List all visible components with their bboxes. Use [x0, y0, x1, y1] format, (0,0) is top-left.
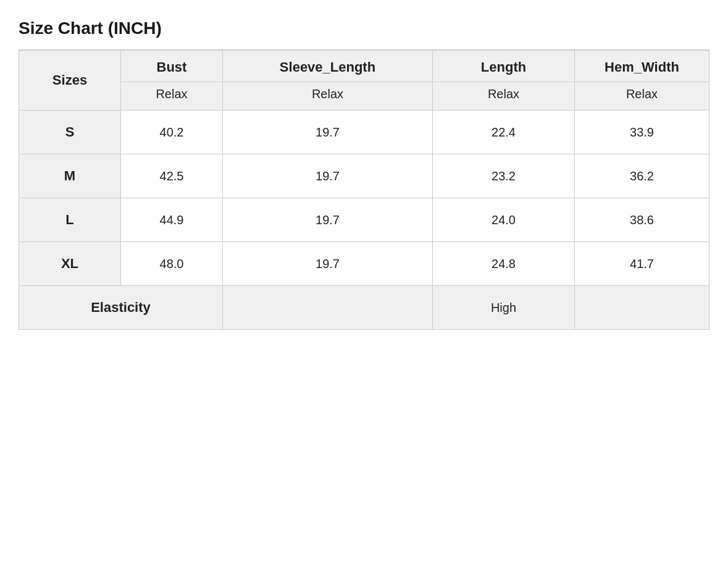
table-header-top: Sizes Bust Sleeve_Length Length Hem_Widt… [19, 51, 709, 82]
elasticity-row: Elasticity High [19, 286, 709, 330]
elasticity-empty-2 [575, 286, 709, 330]
length-column-header: Length [433, 51, 575, 82]
bust-cell: 48.0 [121, 242, 223, 286]
length-subheader: Relax [433, 82, 575, 111]
length-cell: 22.4 [433, 111, 575, 154]
sleeve-cell: 19.7 [223, 154, 433, 198]
size-cell: L [19, 198, 121, 242]
table-row: S 40.2 19.7 22.4 33.9 [19, 111, 709, 154]
hem-cell: 38.6 [575, 198, 709, 242]
bust-cell: 40.2 [121, 111, 223, 154]
sleeve-cell: 19.7 [223, 111, 433, 154]
table-row: L 44.9 19.7 24.0 38.6 [19, 198, 709, 242]
length-cell: 24.8 [433, 242, 575, 286]
length-cell: 24.0 [433, 198, 575, 242]
bust-cell: 44.9 [121, 198, 223, 242]
sleeve-subheader: Relax [223, 82, 433, 111]
elasticity-label: Elasticity [19, 286, 223, 330]
hem-cell: 36.2 [575, 154, 709, 198]
bust-subheader: Relax [121, 82, 223, 111]
page-title: Size Chart (INCH) [19, 19, 709, 38]
length-cell: 23.2 [433, 154, 575, 198]
sleeve-cell: 19.7 [223, 242, 433, 286]
table-row: XL 48.0 19.7 24.8 41.7 [19, 242, 709, 286]
elasticity-value: High [433, 286, 575, 330]
sizes-column-header: Sizes [19, 51, 121, 111]
hem-subheader: Relax [575, 82, 709, 111]
size-chart-table-wrapper: Sizes Bust Sleeve_Length Length Hem_Widt… [19, 50, 709, 330]
hem-cell: 41.7 [575, 242, 709, 286]
size-cell: XL [19, 242, 121, 286]
bust-column-header: Bust [121, 51, 223, 82]
hem-column-header: Hem_Width [575, 51, 709, 82]
sleeve-column-header: Sleeve_Length [223, 51, 433, 82]
table-header-bottom: Relax Relax Relax Relax [19, 82, 709, 111]
table-row: M 42.5 19.7 23.2 36.2 [19, 154, 709, 198]
size-chart-table: Sizes Bust Sleeve_Length Length Hem_Widt… [19, 50, 709, 330]
size-cell: M [19, 154, 121, 198]
sleeve-cell: 19.7 [223, 198, 433, 242]
size-cell: S [19, 111, 121, 154]
hem-cell: 33.9 [575, 111, 709, 154]
elasticity-empty-1 [223, 286, 433, 330]
bust-cell: 42.5 [121, 154, 223, 198]
